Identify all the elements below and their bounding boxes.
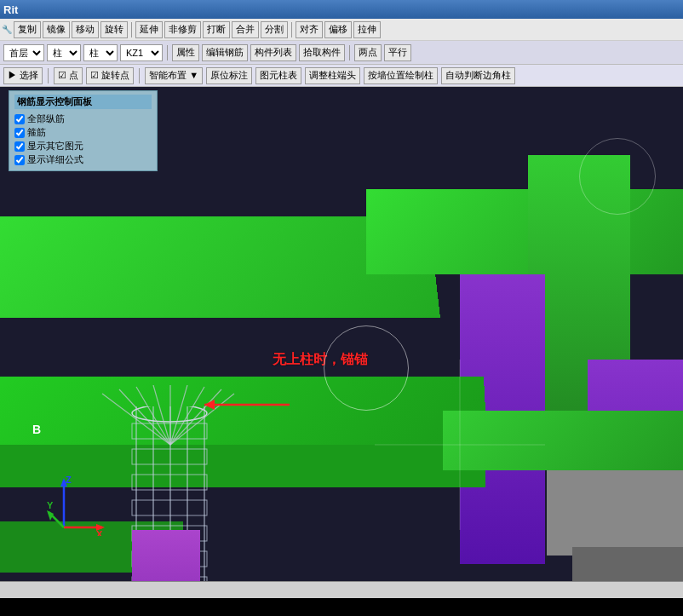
btn-trim[interactable]: 非修剪 [164, 21, 201, 38]
toolbar-row3: ▶ 选择 ☑ 点 ☑ 旋转点 智能布置 ▼ 原位标注 图元柱表 调整柱端头 按墙… [0, 65, 683, 87]
btn-mirror[interactable]: 镜像 [43, 21, 70, 38]
btn-copy[interactable]: 复制 [14, 21, 41, 38]
column-purple-lower [132, 530, 200, 581]
btn-extend[interactable]: 延伸 [135, 21, 163, 38]
btn-break[interactable]: 打断 [203, 21, 230, 38]
btn-component-list[interactable]: 构件列表 [250, 44, 296, 61]
btn-offset[interactable]: 偏移 [324, 21, 352, 38]
main-viewport: 钢筋显示控制面板 全部纵筋 箍筋 显示其它图元 显示详细公式 无上柱时，锚锚 [0, 87, 683, 581]
panel-title: 钢筋显示控制面板 [14, 95, 152, 109]
title-bar: Rit [0, 0, 683, 19]
crosshair [375, 360, 545, 530]
btn-stretch[interactable]: 拉伸 [353, 21, 381, 38]
btn-draw-by-wall[interactable]: 按墙位置绘制柱 [364, 67, 438, 84]
checkbox-other-elements: 显示其它图元 [14, 140, 152, 153]
btn-smart-layout[interactable]: 智能布置 ▼ [145, 67, 203, 84]
b-label: B [32, 423, 41, 436]
kz-select[interactable]: KZ1 [120, 44, 163, 61]
checkbox-stirrup-input[interactable] [14, 128, 25, 138]
svg-line-16 [136, 387, 170, 445]
btn-rotation-point[interactable]: ☑ 旋转点 [86, 67, 134, 84]
checkbox-stirrup: 箍筋 [14, 126, 152, 139]
red-arrow [196, 392, 298, 417]
btn-merge[interactable]: 合并 [232, 21, 259, 38]
annotation-panel: 钢筋显示控制面板 全部纵筋 箍筋 显示其它图元 显示详细公式 [9, 90, 158, 171]
svg-text:Z: Z [66, 476, 72, 485]
svg-rect-8 [132, 500, 207, 515]
title-text: Rit [3, 3, 18, 16]
btn-parallel[interactable]: 平行 [384, 44, 411, 61]
checkbox-all-rebar-label: 全部纵筋 [27, 112, 65, 125]
checkbox-formula-input[interactable] [14, 155, 25, 165]
btn-point[interactable]: ☑ 点 [54, 67, 83, 84]
svg-marker-24 [204, 400, 215, 410]
checkbox-formula-label: 显示详细公式 [27, 153, 83, 166]
svg-text:Y: Y [47, 500, 54, 510]
btn-column-table[interactable]: 图元柱表 [255, 67, 301, 84]
toolbar-row2: 首层 柱 柱 KZ1 属性 编辑钢筋 构件列表 拾取构件 两点 平行 [0, 41, 683, 65]
btn-auto-corner[interactable]: 自动判断边角柱 [441, 67, 515, 84]
svg-line-14 [102, 394, 170, 445]
checkbox-all-rebar-input[interactable] [14, 114, 25, 124]
element-type-select1[interactable]: 柱 [47, 44, 81, 61]
btn-rotate[interactable]: 旋转 [100, 21, 128, 38]
checkbox-stirrup-label: 箍筋 [27, 126, 46, 139]
checkbox-other-label: 显示其它图元 [27, 140, 83, 153]
btn-two-point[interactable]: 两点 [354, 44, 382, 61]
coord-axes: Z X Y [47, 476, 106, 538]
btn-pick-component[interactable]: 拾取构件 [299, 44, 345, 61]
element-type-select2[interactable]: 柱 [83, 44, 118, 61]
gray-block-corner [572, 547, 683, 581]
status-bar [0, 581, 683, 598]
checkbox-formula: 显示详细公式 [14, 153, 152, 166]
btn-move[interactable]: 移动 [72, 21, 99, 38]
svg-rect-7 [132, 475, 207, 490]
toolbar-row1: 🔧 复制 镜像 移动 旋转 延伸 非修剪 打断 合并 分割 对齐 偏移 拉伸 [0, 19, 683, 41]
btn-property[interactable]: 属性 [172, 44, 199, 61]
btn-align[interactable]: 对齐 [296, 21, 323, 38]
floor-select[interactable]: 首层 [3, 44, 44, 61]
toolbar-icon-edit: 🔧 [2, 25, 12, 34]
gray-block-br [547, 470, 683, 556]
circle-guide-topright [579, 138, 656, 215]
btn-in-situ-mark[interactable]: 原位标注 [206, 67, 252, 84]
btn-edit-rebar[interactable]: 编辑钢筋 [202, 44, 248, 61]
svg-marker-34 [47, 510, 54, 521]
btn-divide[interactable]: 分割 [261, 21, 288, 38]
checkbox-all-rebar: 全部纵筋 [14, 112, 152, 125]
checkbox-other-input[interactable] [14, 141, 25, 152]
btn-select[interactable]: ▶ 选择 [3, 67, 43, 84]
btn-adjust-column-end[interactable]: 调整柱端头 [305, 67, 360, 84]
svg-text:X: X [96, 529, 103, 536]
